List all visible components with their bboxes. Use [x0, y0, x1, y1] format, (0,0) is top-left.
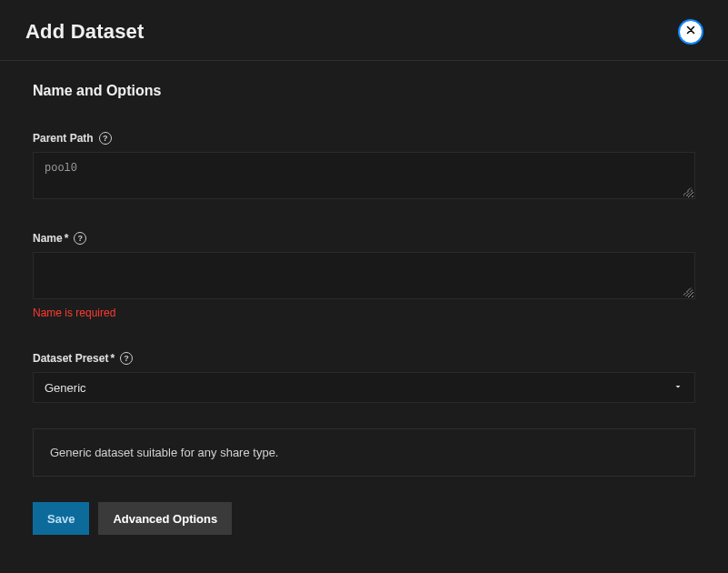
field-name: Name* ? Name is required — [33, 232, 695, 319]
preset-select[interactable]: Generic — [33, 372, 695, 403]
parent-path-input[interactable]: pool0 — [33, 152, 695, 199]
preset-info-text: Generic dataset suitable for any share t… — [50, 446, 278, 459]
preset-label: Dataset Preset* — [33, 352, 115, 365]
help-icon[interactable]: ? — [99, 132, 112, 145]
help-icon[interactable]: ? — [74, 232, 86, 245]
preset-selected-value: Generic — [45, 381, 86, 395]
close-button[interactable] — [679, 20, 703, 44]
button-row: Save Advanced Options — [33, 502, 695, 535]
preset-label-text: Dataset Preset — [33, 352, 108, 365]
name-error: Name is required — [33, 307, 695, 319]
name-input[interactable] — [33, 252, 695, 299]
label-row: Name* ? — [33, 232, 695, 245]
dialog-title: Add Dataset — [25, 20, 145, 44]
chevron-down-icon — [673, 381, 683, 395]
parent-path-value: pool0 — [45, 162, 77, 175]
save-button[interactable]: Save — [33, 502, 89, 535]
field-parent-path: Parent Path ? pool0 — [33, 132, 695, 199]
name-label: Name* — [33, 232, 68, 245]
required-asterisk: * — [65, 232, 69, 245]
help-icon[interactable]: ? — [120, 352, 133, 365]
label-row: Parent Path ? — [33, 132, 695, 145]
form-section: Name and Options Parent Path ? pool0 Nam… — [0, 61, 728, 535]
preset-info-box: Generic dataset suitable for any share t… — [33, 428, 695, 477]
name-label-text: Name — [33, 232, 63, 245]
advanced-options-button[interactable]: Advanced Options — [98, 502, 232, 535]
field-dataset-preset: Dataset Preset* ? Generic — [33, 352, 695, 403]
parent-path-label: Parent Path — [33, 132, 94, 145]
section-title: Name and Options — [33, 83, 695, 99]
close-icon — [684, 24, 697, 40]
dialog-header: Add Dataset — [0, 0, 728, 61]
label-row: Dataset Preset* ? — [33, 352, 695, 365]
required-asterisk: * — [110, 352, 115, 365]
